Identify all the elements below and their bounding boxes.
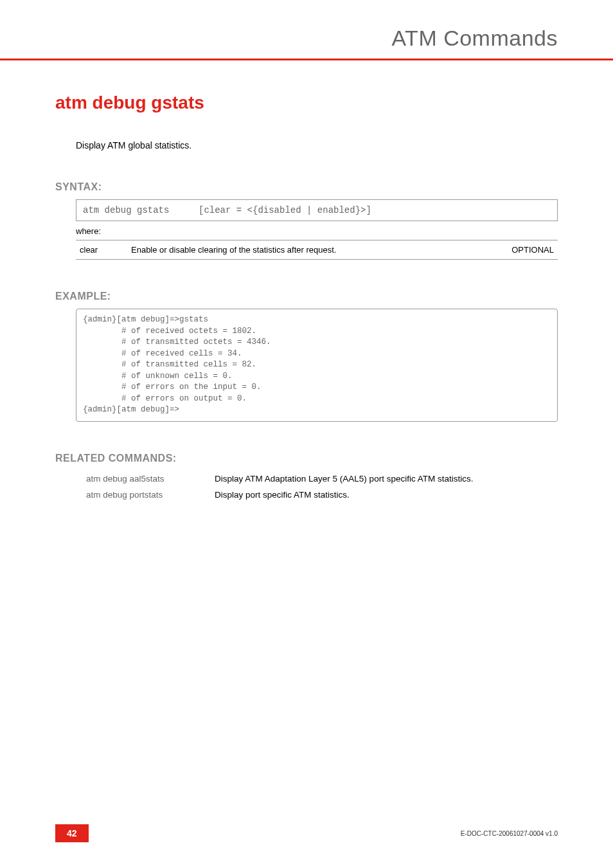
syntax-heading: SYNTAX:: [55, 181, 558, 193]
param-table: clear Enable or disable clearing of the …: [76, 240, 558, 260]
param-optional: OPTIONAL: [490, 245, 554, 255]
related-table: atm debug aal5stats Display ATM Adaptati…: [86, 471, 558, 503]
page-header: ATM Commands: [0, 0, 613, 60]
content: atm debug gstats Display ATM global stat…: [0, 93, 613, 503]
param-name: clear: [80, 245, 131, 255]
param-row: clear Enable or disable clearing of the …: [76, 240, 558, 259]
related-cmd: atm debug aal5stats: [86, 474, 215, 484]
syntax-box: atm debug gstats [clear = <{disabled | e…: [76, 199, 558, 221]
example-heading: EXAMPLE:: [55, 291, 558, 302]
syntax-row: atm debug gstats [clear = <{disabled | e…: [83, 205, 551, 215]
doc-id: E-DOC-CTC-20061027-0004 v1.0: [461, 830, 558, 837]
syntax-args: [clear = <{disabled | enabled}>]: [199, 205, 371, 215]
related-row: atm debug portstats Display port specifi…: [86, 487, 558, 503]
page-header-title: ATM Commands: [55, 26, 558, 51]
param-desc: Enable or disable clearing of the statis…: [131, 245, 490, 255]
related-cmd: atm debug portstats: [86, 490, 215, 500]
syntax-command: atm debug gstats: [83, 205, 199, 215]
related-heading: RELATED COMMANDS:: [55, 453, 558, 464]
example-box: {admin}[atm debug]=>gstats # of received…: [76, 309, 558, 422]
command-description: Display ATM global statistics.: [76, 140, 558, 150]
related-desc: Display port specific ATM statistics.: [215, 490, 558, 500]
footer: 42 E-DOC-CTC-20061027-0004 v1.0: [0, 824, 613, 842]
page-number: 42: [55, 824, 89, 842]
related-desc: Display ATM Adaptation Layer 5 (AAL5) po…: [215, 474, 558, 484]
where-label: where:: [76, 226, 558, 236]
related-row: atm debug aal5stats Display ATM Adaptati…: [86, 471, 558, 487]
command-title: atm debug gstats: [55, 93, 558, 113]
